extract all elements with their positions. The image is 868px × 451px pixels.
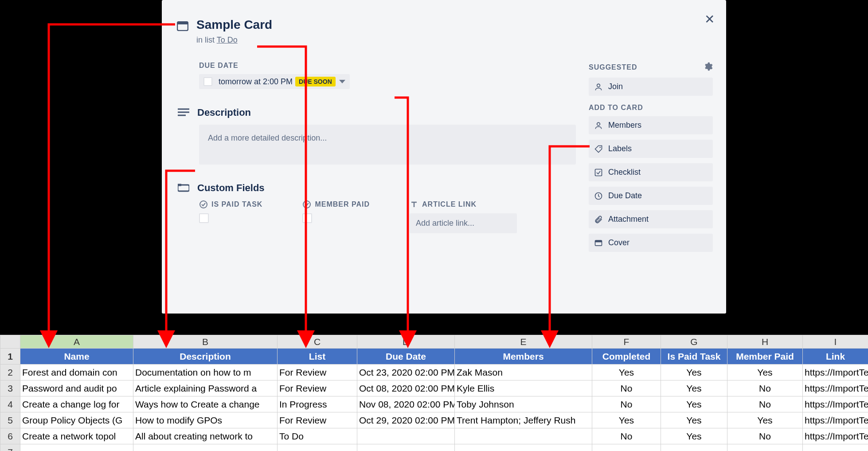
attachment-button[interactable]: Attachment bbox=[589, 210, 713, 228]
row-header[interactable]: 6 bbox=[0, 428, 20, 444]
cell[interactable]: Password and audit po bbox=[20, 380, 133, 396]
row-header[interactable]: 2 bbox=[0, 365, 20, 380]
cell[interactable]: Yes bbox=[592, 365, 661, 380]
table-row: 7 bbox=[0, 444, 868, 451]
cell[interactable]: Yes bbox=[592, 412, 661, 428]
cell[interactable]: No bbox=[727, 428, 803, 444]
cell[interactable]: Yes bbox=[661, 380, 727, 396]
due-date-button-side[interactable]: Due Date bbox=[589, 187, 713, 205]
cover-button[interactable]: Cover bbox=[589, 234, 713, 252]
header-cell[interactable]: Due Date bbox=[357, 349, 455, 365]
header-cell[interactable]: Member Paid bbox=[727, 349, 803, 365]
cell[interactable] bbox=[727, 444, 803, 451]
cell[interactable]: Oct 29, 2020 02:00 PM bbox=[357, 412, 455, 428]
join-button[interactable]: Join bbox=[589, 78, 713, 96]
cell[interactable]: Yes bbox=[727, 412, 803, 428]
gear-icon[interactable] bbox=[703, 62, 713, 73]
select-all[interactable] bbox=[0, 335, 20, 349]
cell[interactable]: Trent Hampton; Jeffery Rush bbox=[455, 412, 592, 428]
row-header[interactable]: 7 bbox=[0, 444, 20, 451]
description-input[interactable]: Add a more detailed description... bbox=[199, 125, 576, 165]
cell[interactable] bbox=[20, 444, 133, 451]
cell[interactable]: For Review bbox=[278, 412, 357, 428]
close-icon[interactable]: ✕ bbox=[704, 13, 715, 26]
labels-button[interactable]: Labels bbox=[589, 140, 713, 158]
col-header[interactable]: C bbox=[278, 335, 357, 349]
checklist-button[interactable]: Checklist bbox=[589, 163, 713, 181]
cell[interactable]: Yes bbox=[661, 365, 727, 380]
cell[interactable]: No bbox=[592, 396, 661, 412]
suggested-label: SUGGESTED bbox=[589, 63, 637, 71]
cell[interactable] bbox=[803, 444, 868, 451]
cell[interactable]: Yes bbox=[727, 365, 803, 380]
cell[interactable]: https://ImportTe bbox=[803, 365, 868, 380]
cell[interactable] bbox=[357, 444, 455, 451]
cell[interactable]: In Progress bbox=[278, 396, 357, 412]
cell[interactable]: For Review bbox=[278, 365, 357, 380]
cell[interactable]: Kyle Ellis bbox=[455, 380, 592, 396]
cell[interactable] bbox=[455, 444, 592, 451]
cell[interactable]: Toby Johnson bbox=[455, 396, 592, 412]
col-header[interactable]: A bbox=[20, 335, 133, 349]
cell[interactable] bbox=[661, 444, 727, 451]
text-icon bbox=[410, 200, 418, 209]
col-header[interactable]: H bbox=[727, 335, 803, 349]
row-header[interactable]: 5 bbox=[0, 412, 20, 428]
cell[interactable]: Yes bbox=[661, 428, 727, 444]
cell[interactable]: No bbox=[727, 380, 803, 396]
cell[interactable]: https://ImportTe bbox=[803, 412, 868, 428]
cf-article-link-input[interactable]: Add article link... bbox=[410, 213, 517, 233]
cell[interactable]: No bbox=[592, 380, 661, 396]
cell[interactable]: https://ImportTe bbox=[803, 396, 868, 412]
cf-is-paid-checkbox[interactable] bbox=[199, 213, 209, 223]
cell[interactable]: How to modify GPOs bbox=[133, 412, 278, 428]
cell[interactable] bbox=[278, 444, 357, 451]
row-header[interactable]: 3 bbox=[0, 380, 20, 396]
col-header[interactable]: D bbox=[357, 335, 455, 349]
cell[interactable]: Forest and domain con bbox=[20, 365, 133, 380]
cell[interactable]: Documentation on how to m bbox=[133, 365, 278, 380]
cell[interactable] bbox=[592, 444, 661, 451]
cell[interactable]: Yes bbox=[661, 396, 727, 412]
card-title[interactable]: Sample Card bbox=[196, 18, 272, 32]
header-cell[interactable]: List bbox=[278, 349, 357, 365]
cell[interactable]: https://ImportTe bbox=[803, 380, 868, 396]
cell[interactable]: No bbox=[592, 428, 661, 444]
header-cell[interactable]: Description bbox=[133, 349, 278, 365]
header-cell[interactable]: Completed bbox=[592, 349, 661, 365]
cell[interactable] bbox=[133, 444, 278, 451]
header-cell[interactable]: Name bbox=[20, 349, 133, 365]
header-cell[interactable]: Members bbox=[455, 349, 592, 365]
cell[interactable]: All about creating network to bbox=[133, 428, 278, 444]
cell[interactable]: Zak Mason bbox=[455, 365, 592, 380]
due-date-button[interactable]: tomorrow at 2:00 PM DUE SOON bbox=[199, 74, 350, 89]
col-header[interactable]: F bbox=[592, 335, 661, 349]
custom-fields-icon bbox=[178, 183, 189, 193]
cf-member-paid-checkbox[interactable] bbox=[302, 213, 312, 223]
cell[interactable] bbox=[357, 428, 455, 444]
due-date-checkbox[interactable] bbox=[203, 77, 212, 86]
col-header[interactable]: B bbox=[133, 335, 278, 349]
cell[interactable]: Ways how to Create a change bbox=[133, 396, 278, 412]
cell[interactable]: For Review bbox=[278, 380, 357, 396]
col-header[interactable]: G bbox=[661, 335, 727, 349]
col-header[interactable]: E bbox=[455, 335, 592, 349]
cell[interactable]: Group Policy Objects (G bbox=[20, 412, 133, 428]
cell[interactable]: Create a change log for bbox=[20, 396, 133, 412]
header-cell[interactable]: Is Paid Task bbox=[661, 349, 727, 365]
cell[interactable]: To Do bbox=[278, 428, 357, 444]
cell[interactable]: No bbox=[727, 396, 803, 412]
cell[interactable]: Article explaining Password a bbox=[133, 380, 278, 396]
row-header[interactable]: 4 bbox=[0, 396, 20, 412]
cell[interactable]: Nov 08, 2020 02:00 PM bbox=[357, 396, 455, 412]
members-button[interactable]: Members bbox=[589, 116, 713, 134]
header-cell[interactable]: Link bbox=[803, 349, 868, 365]
cell[interactable]: Oct 23, 2020 02:00 PM bbox=[357, 365, 455, 380]
cell[interactable]: Yes bbox=[661, 412, 727, 428]
cell[interactable]: https://ImportTe bbox=[803, 428, 868, 444]
cell[interactable] bbox=[455, 428, 592, 444]
cell[interactable]: Oct 08, 2020 02:00 PM bbox=[357, 380, 455, 396]
list-link[interactable]: To Do bbox=[217, 35, 238, 44]
col-header[interactable]: I bbox=[803, 335, 868, 349]
cell[interactable]: Create a network topol bbox=[20, 428, 133, 444]
